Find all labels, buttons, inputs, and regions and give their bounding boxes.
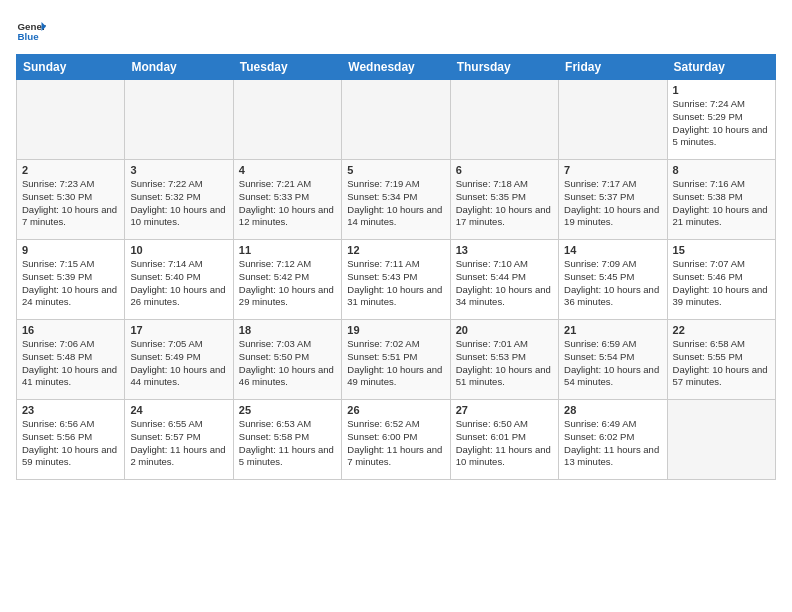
- day-number: 9: [22, 244, 119, 256]
- calendar-cell: 24Sunrise: 6:55 AM Sunset: 5:57 PM Dayli…: [125, 400, 233, 480]
- day-number: 11: [239, 244, 336, 256]
- day-info: Sunrise: 7:22 AM Sunset: 5:32 PM Dayligh…: [130, 178, 227, 229]
- day-info: Sunrise: 7:21 AM Sunset: 5:33 PM Dayligh…: [239, 178, 336, 229]
- day-number: 10: [130, 244, 227, 256]
- day-info: Sunrise: 7:16 AM Sunset: 5:38 PM Dayligh…: [673, 178, 770, 229]
- day-number: 6: [456, 164, 553, 176]
- day-info: Sunrise: 7:10 AM Sunset: 5:44 PM Dayligh…: [456, 258, 553, 309]
- day-number: 21: [564, 324, 661, 336]
- day-info: Sunrise: 6:50 AM Sunset: 6:01 PM Dayligh…: [456, 418, 553, 469]
- day-number: 4: [239, 164, 336, 176]
- day-info: Sunrise: 6:53 AM Sunset: 5:58 PM Dayligh…: [239, 418, 336, 469]
- day-info: Sunrise: 7:07 AM Sunset: 5:46 PM Dayligh…: [673, 258, 770, 309]
- day-info: Sunrise: 6:52 AM Sunset: 6:00 PM Dayligh…: [347, 418, 444, 469]
- day-info: Sunrise: 7:12 AM Sunset: 5:42 PM Dayligh…: [239, 258, 336, 309]
- weekday-thursday: Thursday: [450, 55, 558, 80]
- calendar-week-row: 1Sunrise: 7:24 AM Sunset: 5:29 PM Daylig…: [17, 80, 776, 160]
- day-number: 2: [22, 164, 119, 176]
- day-info: Sunrise: 7:01 AM Sunset: 5:53 PM Dayligh…: [456, 338, 553, 389]
- day-number: 7: [564, 164, 661, 176]
- calendar-cell: 7Sunrise: 7:17 AM Sunset: 5:37 PM Daylig…: [559, 160, 667, 240]
- day-number: 22: [673, 324, 770, 336]
- calendar-cell: 22Sunrise: 6:58 AM Sunset: 5:55 PM Dayli…: [667, 320, 775, 400]
- logo: General Blue: [16, 16, 46, 46]
- weekday-monday: Monday: [125, 55, 233, 80]
- day-number: 26: [347, 404, 444, 416]
- calendar-week-row: 2Sunrise: 7:23 AM Sunset: 5:30 PM Daylig…: [17, 160, 776, 240]
- calendar-cell: 27Sunrise: 6:50 AM Sunset: 6:01 PM Dayli…: [450, 400, 558, 480]
- calendar-cell: 17Sunrise: 7:05 AM Sunset: 5:49 PM Dayli…: [125, 320, 233, 400]
- calendar-cell: 4Sunrise: 7:21 AM Sunset: 5:33 PM Daylig…: [233, 160, 341, 240]
- calendar-week-row: 16Sunrise: 7:06 AM Sunset: 5:48 PM Dayli…: [17, 320, 776, 400]
- day-info: Sunrise: 7:17 AM Sunset: 5:37 PM Dayligh…: [564, 178, 661, 229]
- day-number: 25: [239, 404, 336, 416]
- calendar-cell: 28Sunrise: 6:49 AM Sunset: 6:02 PM Dayli…: [559, 400, 667, 480]
- day-number: 16: [22, 324, 119, 336]
- svg-text:Blue: Blue: [18, 31, 40, 42]
- day-number: 28: [564, 404, 661, 416]
- day-info: Sunrise: 7:23 AM Sunset: 5:30 PM Dayligh…: [22, 178, 119, 229]
- calendar-cell: 23Sunrise: 6:56 AM Sunset: 5:56 PM Dayli…: [17, 400, 125, 480]
- logo-icon: General Blue: [16, 16, 46, 46]
- day-number: 18: [239, 324, 336, 336]
- day-info: Sunrise: 7:11 AM Sunset: 5:43 PM Dayligh…: [347, 258, 444, 309]
- weekday-saturday: Saturday: [667, 55, 775, 80]
- day-number: 13: [456, 244, 553, 256]
- calendar-cell: [450, 80, 558, 160]
- day-number: 20: [456, 324, 553, 336]
- calendar-cell: 10Sunrise: 7:14 AM Sunset: 5:40 PM Dayli…: [125, 240, 233, 320]
- calendar-table: SundayMondayTuesdayWednesdayThursdayFrid…: [16, 54, 776, 480]
- weekday-sunday: Sunday: [17, 55, 125, 80]
- day-number: 12: [347, 244, 444, 256]
- calendar-cell: 14Sunrise: 7:09 AM Sunset: 5:45 PM Dayli…: [559, 240, 667, 320]
- day-number: 14: [564, 244, 661, 256]
- calendar-cell: 9Sunrise: 7:15 AM Sunset: 5:39 PM Daylig…: [17, 240, 125, 320]
- calendar-cell: [559, 80, 667, 160]
- calendar-cell: [667, 400, 775, 480]
- day-info: Sunrise: 7:18 AM Sunset: 5:35 PM Dayligh…: [456, 178, 553, 229]
- calendar-cell: 16Sunrise: 7:06 AM Sunset: 5:48 PM Dayli…: [17, 320, 125, 400]
- day-number: 24: [130, 404, 227, 416]
- page-header: General Blue: [16, 16, 776, 46]
- day-number: 23: [22, 404, 119, 416]
- day-info: Sunrise: 7:03 AM Sunset: 5:50 PM Dayligh…: [239, 338, 336, 389]
- day-info: Sunrise: 7:02 AM Sunset: 5:51 PM Dayligh…: [347, 338, 444, 389]
- calendar-cell: 25Sunrise: 6:53 AM Sunset: 5:58 PM Dayli…: [233, 400, 341, 480]
- calendar-cell: 13Sunrise: 7:10 AM Sunset: 5:44 PM Dayli…: [450, 240, 558, 320]
- weekday-wednesday: Wednesday: [342, 55, 450, 80]
- day-number: 3: [130, 164, 227, 176]
- calendar-cell: 19Sunrise: 7:02 AM Sunset: 5:51 PM Dayli…: [342, 320, 450, 400]
- day-info: Sunrise: 6:59 AM Sunset: 5:54 PM Dayligh…: [564, 338, 661, 389]
- calendar-cell: 20Sunrise: 7:01 AM Sunset: 5:53 PM Dayli…: [450, 320, 558, 400]
- day-info: Sunrise: 6:56 AM Sunset: 5:56 PM Dayligh…: [22, 418, 119, 469]
- day-info: Sunrise: 7:15 AM Sunset: 5:39 PM Dayligh…: [22, 258, 119, 309]
- calendar-cell: 6Sunrise: 7:18 AM Sunset: 5:35 PM Daylig…: [450, 160, 558, 240]
- day-info: Sunrise: 7:06 AM Sunset: 5:48 PM Dayligh…: [22, 338, 119, 389]
- calendar-cell: 18Sunrise: 7:03 AM Sunset: 5:50 PM Dayli…: [233, 320, 341, 400]
- calendar-cell: 21Sunrise: 6:59 AM Sunset: 5:54 PM Dayli…: [559, 320, 667, 400]
- weekday-tuesday: Tuesday: [233, 55, 341, 80]
- day-number: 5: [347, 164, 444, 176]
- day-number: 17: [130, 324, 227, 336]
- calendar-cell: 3Sunrise: 7:22 AM Sunset: 5:32 PM Daylig…: [125, 160, 233, 240]
- day-info: Sunrise: 7:09 AM Sunset: 5:45 PM Dayligh…: [564, 258, 661, 309]
- calendar-cell: 5Sunrise: 7:19 AM Sunset: 5:34 PM Daylig…: [342, 160, 450, 240]
- day-number: 27: [456, 404, 553, 416]
- day-info: Sunrise: 6:58 AM Sunset: 5:55 PM Dayligh…: [673, 338, 770, 389]
- day-info: Sunrise: 6:55 AM Sunset: 5:57 PM Dayligh…: [130, 418, 227, 469]
- calendar-week-row: 9Sunrise: 7:15 AM Sunset: 5:39 PM Daylig…: [17, 240, 776, 320]
- day-info: Sunrise: 7:05 AM Sunset: 5:49 PM Dayligh…: [130, 338, 227, 389]
- day-number: 1: [673, 84, 770, 96]
- day-number: 15: [673, 244, 770, 256]
- calendar-cell: 1Sunrise: 7:24 AM Sunset: 5:29 PM Daylig…: [667, 80, 775, 160]
- calendar-cell: [233, 80, 341, 160]
- day-number: 8: [673, 164, 770, 176]
- calendar-cell: [342, 80, 450, 160]
- weekday-header-row: SundayMondayTuesdayWednesdayThursdayFrid…: [17, 55, 776, 80]
- calendar-week-row: 23Sunrise: 6:56 AM Sunset: 5:56 PM Dayli…: [17, 400, 776, 480]
- calendar-cell: [17, 80, 125, 160]
- day-info: Sunrise: 7:19 AM Sunset: 5:34 PM Dayligh…: [347, 178, 444, 229]
- day-number: 19: [347, 324, 444, 336]
- calendar-cell: 11Sunrise: 7:12 AM Sunset: 5:42 PM Dayli…: [233, 240, 341, 320]
- calendar-cell: 26Sunrise: 6:52 AM Sunset: 6:00 PM Dayli…: [342, 400, 450, 480]
